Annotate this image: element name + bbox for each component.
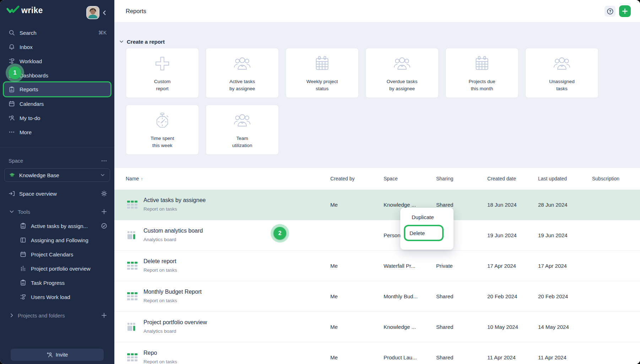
tile-label: Teamutilization (206, 135, 278, 149)
invite-button[interactable]: Invite (11, 349, 104, 361)
person-plus-icon (47, 352, 53, 358)
table-row-custom-analytics-board[interactable]: Custom analytics boardAnalytics boardPer… (114, 220, 640, 251)
todo-icon (9, 115, 15, 121)
column-header-created-date[interactable]: Created date (487, 168, 516, 190)
calendar-icon (20, 251, 26, 257)
graduation-cap-icon (9, 172, 15, 178)
calendar-icon (472, 53, 492, 74)
space-section-label: Space (9, 158, 23, 164)
context-menu: Duplicate Delete (400, 208, 454, 250)
column-header-created-by[interactable]: Created by (330, 168, 354, 190)
create-new-button[interactable] (619, 5, 631, 17)
tool-item-project-calendars[interactable]: Project Calendars (0, 247, 114, 261)
wrike-app: wrike Search⌘KInboxWorkloadDashboardsRep… (0, 0, 640, 364)
tile-label: Active tasksby assignee (206, 78, 278, 92)
report-grid-icon (127, 292, 137, 300)
plus-icon (622, 8, 628, 15)
context-menu-item-delete[interactable]: Delete (404, 225, 444, 241)
template-tile-custom-report[interactable]: Customreport (126, 48, 199, 98)
sidebar-projects-and-folders[interactable]: Projects and folders (0, 309, 114, 322)
enter-arrow-icon (9, 190, 15, 197)
sidebar-item-inbox[interactable]: Inbox (3, 40, 112, 54)
tool-item-project-portfolio-overview[interactable]: Project portfolio overview (0, 261, 114, 276)
main-content: Reports ? Create a report CustomreportAc… (114, 0, 640, 364)
report-type: Report on tasks (143, 359, 177, 364)
table-row-active-tasks-by-assignee[interactable]: Active tasks by assigneeReport on tasksM… (114, 190, 640, 220)
sidebar: wrike Search⌘KInboxWorkloadDashboardsRep… (0, 0, 114, 364)
page-title: Reports (126, 8, 146, 15)
sidebar-item-search[interactable]: Search⌘K (3, 26, 112, 40)
report-type: Report on tasks (143, 267, 177, 273)
context-menu-item-duplicate[interactable]: Duplicate (400, 211, 454, 223)
stopwatch-icon (152, 110, 173, 131)
people-icon (392, 53, 412, 74)
tile-label: Time spentthis week (126, 135, 199, 149)
sidebar-item-calendars[interactable]: Calendars (3, 97, 112, 111)
template-tile-active-tasks-by-assignee[interactable]: Active tasksby assignee (206, 48, 279, 98)
sidebar-item-my-to-do[interactable]: My to-do (3, 111, 112, 125)
add-tool-icon[interactable] (101, 208, 107, 215)
column-header-last-updated[interactable]: Last updated (538, 168, 567, 190)
tile-label: Customreport (126, 78, 199, 92)
sidebar-item-more[interactable]: More (3, 125, 112, 139)
template-tile-weekly-project-status[interactable]: Weekly projectstatus (286, 48, 359, 98)
report-grid-icon (127, 353, 137, 362)
report-icon (20, 223, 26, 229)
create-report-header[interactable]: Create a report (119, 37, 165, 46)
space-name: Knowledge Base (19, 172, 59, 178)
sidebar-tools-header[interactable]: Tools (0, 205, 114, 218)
report-grid-icon (127, 201, 137, 209)
column-header-sharing[interactable]: Sharing (436, 168, 453, 190)
report-type: Report on tasks (143, 298, 177, 303)
help-button[interactable]: ? (604, 6, 615, 17)
collapse-sidebar-icon[interactable] (101, 9, 108, 16)
tool-item-users-work-load[interactable]: Users Work load (0, 290, 114, 304)
table-header: Name↑Created bySpaceSharingCreated dateL… (114, 168, 640, 190)
chevron-down-icon (9, 208, 15, 215)
table-row-repo[interactable]: RepoReport on tasksMeProduct Lau...Share… (114, 342, 640, 364)
gear-icon[interactable] (101, 190, 107, 197)
column-header-subscription[interactable]: Subscription (592, 168, 619, 190)
avatar[interactable] (87, 7, 99, 18)
table-row-delete-report[interactable]: Delete reportReport on tasksMeWaterfall … (114, 251, 640, 281)
template-tile-time-spent-this-week[interactable]: Time spentthis week (126, 105, 199, 155)
plus-icon (101, 208, 107, 215)
report-icon (9, 86, 15, 93)
add-project-icon[interactable] (101, 312, 107, 319)
workload-icon (20, 294, 26, 300)
enter-arrow-icon (9, 190, 15, 197)
people-icon (232, 53, 253, 74)
tool-item-task-progress[interactable]: Task Progress (0, 276, 114, 290)
space-options-icon[interactable] (101, 158, 107, 164)
people-icon (232, 110, 253, 131)
template-tile-projects-due-this-month[interactable]: Projects duethis month (445, 48, 519, 98)
board-grid-icon (127, 231, 137, 239)
plus-icon (101, 312, 107, 319)
report-type: Analytics board (143, 328, 176, 334)
tool-item-active-tasks-by-assign[interactable]: Active tasks by assign... (0, 219, 114, 233)
sidebar-item-space-overview[interactable]: Space overview (0, 187, 114, 200)
space-selector[interactable]: Knowledge Base (4, 168, 110, 182)
chevron-down-icon (9, 208, 13, 215)
board-icon (20, 237, 26, 243)
template-tile-overdue-tasks-by-assignee[interactable]: Overdue tasksby assignee (365, 48, 439, 98)
report-template-tiles-row1: CustomreportActive tasksby assigneeWeekl… (126, 48, 598, 98)
people-icon (552, 53, 572, 74)
table-row-monthly-budget-report[interactable]: Monthly Budget ReportReport on tasksMeMo… (114, 281, 640, 312)
template-tile-unassigned-tasks[interactable]: Unassignedtasks (525, 48, 598, 98)
template-tile-team-utilization[interactable]: Teamutilization (206, 105, 279, 155)
svg-text:?: ? (609, 9, 611, 13)
chevron-down-icon (100, 172, 105, 178)
sidebar-item-reports[interactable]: Reports (3, 81, 112, 97)
column-header-space[interactable]: Space (384, 168, 398, 190)
sidebar-divider (0, 147, 114, 147)
report-template-tiles-row2: Time spentthis weekTeamutilization (126, 105, 279, 155)
tile-label: Unassignedtasks (526, 78, 598, 92)
tools-list: Active tasks by assign...Assigning and F… (0, 219, 114, 304)
report-name: Repo (143, 350, 157, 356)
column-header-name[interactable]: Name↑ (126, 168, 143, 190)
tool-item-assigning-and-following[interactable]: Assigning and Following (0, 233, 114, 247)
wrike-logo-icon (6, 5, 20, 15)
table-row-project-portfolio-overview[interactable]: Project portfolio overviewAnalytics boar… (114, 312, 640, 342)
search-icon (9, 29, 15, 36)
